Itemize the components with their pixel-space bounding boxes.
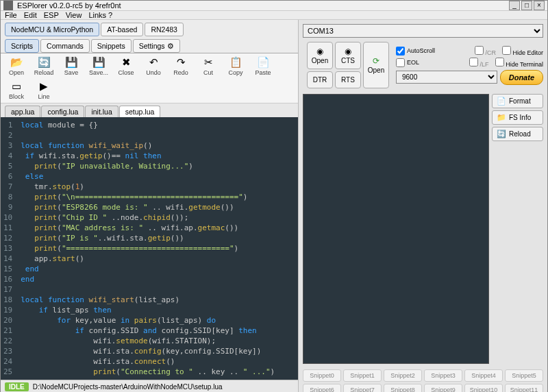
code-editor[interactable]: 1234567891011121314151617181920212223242…: [1, 117, 298, 380]
snippet-button[interactable]: Snippet0: [303, 369, 341, 382]
connection-buttons: ◉Open ◉CTS ⟳Open DTR RTS: [303, 39, 393, 91]
snippets-grid: Snippet0Snippet1Snippet2Snippet3Snippet4…: [299, 367, 547, 392]
donate-button[interactable]: Donate: [500, 70, 543, 85]
open-port-button[interactable]: ◉Open: [307, 42, 333, 69]
status-bar: IDLE D:\NodeMCUProjects-master\ArduinoWi…: [1, 380, 298, 392]
file-tab[interactable]: init.lua: [85, 106, 118, 117]
open-icon: 📂: [10, 56, 23, 69]
redo-button[interactable]: ↷Redo: [169, 56, 192, 76]
port-select[interactable]: COM13: [303, 24, 543, 38]
cut-icon: ✂: [204, 56, 213, 69]
eol-check[interactable]: [396, 58, 405, 67]
side-buttons: 📄Format📁FS Info🔄Reload: [492, 94, 543, 364]
snippet-button[interactable]: Snippet9: [424, 384, 462, 392]
gear-icon: ⚙: [167, 42, 174, 50]
sub-tabs: ScriptsCommandsSnippetsSettings ⚙: [1, 36, 298, 53]
sub-tab-scripts[interactable]: Scripts: [5, 39, 39, 53]
cts-button[interactable]: ◉CTS: [335, 42, 361, 69]
baud-select[interactable]: 9600: [396, 71, 497, 84]
menu-edit[interactable]: Edit: [24, 11, 37, 19]
terminal-output[interactable]: [303, 94, 489, 364]
snippet-button[interactable]: Snippet3: [424, 369, 462, 382]
save-button[interactable]: 💾Save...: [87, 56, 110, 76]
hide-editor-check[interactable]: [502, 46, 511, 55]
app-window: ESPlorer v0.2.0-rc5 by 4refr0nt _ □ × Fi…: [0, 0, 548, 392]
dtr-button[interactable]: DTR: [307, 71, 333, 88]
rts-button[interactable]: RTS: [335, 71, 361, 88]
status-path: D:\NodeMCUProjects-master\ArduinoWithNod…: [33, 383, 223, 391]
maximize-button[interactable]: □: [521, 1, 532, 10]
window-title: ESPlorer v0.2.0-rc5 by 4refr0nt: [17, 1, 508, 10]
close-button[interactable]: ✖Close: [114, 56, 138, 76]
reload-icon: 🔄: [497, 130, 506, 138]
fs info-icon: 📁: [497, 113, 506, 122]
cut-button[interactable]: ✂Cut: [197, 56, 220, 76]
save-icon: 💾: [65, 56, 78, 69]
led-icon: ◉: [345, 47, 351, 56]
snippet-button[interactable]: Snippet11: [505, 384, 543, 392]
main-tab[interactable]: NodeMCU & MicroPython: [5, 23, 99, 36]
format-button[interactable]: 📄Format: [492, 94, 543, 108]
main-tab[interactable]: AT-based: [101, 23, 143, 36]
menu-links[interactable]: Links ?: [88, 11, 112, 19]
line-icon: ▶: [40, 80, 48, 93]
menubar: FileEditESPViewLinks ?: [1, 11, 547, 20]
snippet-button[interactable]: Snippet7: [343, 384, 382, 392]
snippet-button[interactable]: Snippet10: [464, 384, 503, 392]
hide-term-check[interactable]: [495, 58, 504, 66]
refresh-icon: ⟳: [373, 56, 379, 66]
snippet-button[interactable]: Snippet4: [464, 369, 503, 382]
file-tab[interactable]: app.lua: [5, 106, 40, 117]
undo-button[interactable]: ↶Undo: [142, 56, 165, 76]
paste-icon: 📄: [257, 56, 270, 69]
titlebar: ESPlorer v0.2.0-rc5 by 4refr0nt _ □ ×: [1, 1, 547, 11]
block-icon: ▭: [12, 80, 21, 93]
copy-button[interactable]: 📋Copy: [224, 56, 247, 76]
open-button[interactable]: 📂Open: [5, 56, 28, 76]
snippet-button[interactable]: Snippet6: [303, 384, 341, 392]
sub-tab-commands[interactable]: Commands: [40, 39, 90, 53]
led-icon: ◉: [316, 47, 323, 56]
content: NodeMCU & MicroPythonAT-basedRN2483 Scri…: [1, 20, 547, 392]
code-area[interactable]: local module = {} local function wifi_wa…: [16, 117, 298, 380]
app-icon: [3, 1, 13, 10]
reload-button[interactable]: 🔄Reload: [492, 127, 543, 141]
main-tabs: NodeMCU & MicroPythonAT-basedRN2483: [1, 20, 298, 36]
status-badge: IDLE: [5, 382, 29, 391]
menu-esp[interactable]: ESP: [44, 11, 59, 19]
paste-button[interactable]: 📄Paste: [251, 56, 275, 76]
snippet-button[interactable]: Snippet1: [343, 369, 382, 382]
undo-icon: ↶: [149, 56, 158, 69]
fsinfo-button[interactable]: 📁FS Info: [492, 110, 543, 125]
open-connection-button[interactable]: ⟳Open: [363, 42, 389, 88]
snippet-button[interactable]: Snippet8: [384, 384, 422, 392]
file-tabs: app.luaconfig.luainit.luasetup.lua: [1, 103, 298, 117]
editor-toolbar: 📂Open🔄Reload💾Save💾Save...✖Close↶Undo↷Red…: [1, 53, 298, 103]
sub-tab-snippets[interactable]: Snippets: [91, 39, 132, 53]
menu-file[interactable]: File: [5, 11, 17, 19]
save-button[interactable]: 💾Save: [60, 56, 83, 76]
save...-icon: 💾: [92, 56, 105, 69]
file-tab[interactable]: setup.lua: [119, 106, 161, 117]
file-tab[interactable]: config.lua: [41, 106, 84, 117]
reload-icon: 🔄: [38, 56, 51, 69]
sub-tab-settings[interactable]: Settings ⚙: [133, 39, 180, 53]
reload-button[interactable]: 🔄Reload: [32, 56, 55, 76]
redo-icon: ↷: [177, 56, 186, 69]
cr-check[interactable]: [475, 46, 484, 55]
format-icon: 📄: [497, 97, 506, 106]
snippet-button[interactable]: Snippet5: [505, 369, 543, 382]
line-button[interactable]: ▶Line: [32, 80, 55, 100]
line-gutter: 1234567891011121314151617181920212223242…: [1, 117, 16, 380]
autoscroll-check[interactable]: [396, 47, 405, 56]
menu-view[interactable]: View: [66, 11, 82, 19]
minimize-button[interactable]: _: [509, 1, 520, 10]
right-pane: COM13 ◉Open ◉CTS ⟳Open DTR RTS AutoScrol…: [299, 20, 547, 392]
snippet-button[interactable]: Snippet2: [384, 369, 422, 382]
close-window-button[interactable]: ×: [534, 1, 545, 10]
copy-icon: 📋: [229, 56, 242, 69]
main-tab[interactable]: RN2483: [145, 23, 184, 36]
block-button[interactable]: ▭Block: [5, 80, 28, 100]
lf-check[interactable]: [469, 58, 478, 66]
left-pane: NodeMCU & MicroPythonAT-basedRN2483 Scri…: [1, 20, 299, 392]
